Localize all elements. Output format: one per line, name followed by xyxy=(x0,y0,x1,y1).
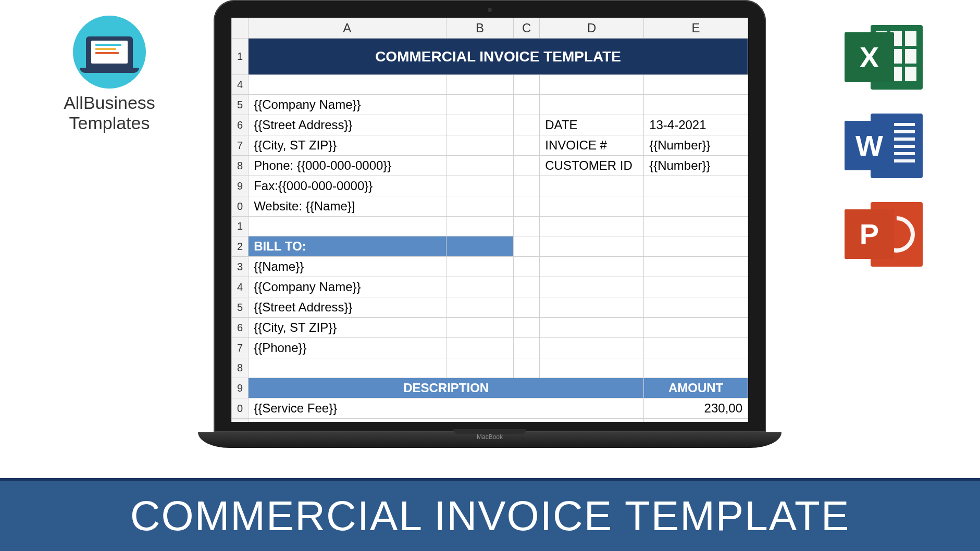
line1-desc[interactable]: {{Service Fee}} xyxy=(249,398,644,419)
cell[interactable] xyxy=(514,75,540,95)
date-value[interactable]: 13-4-2021 xyxy=(644,115,748,135)
cell[interactable] xyxy=(644,236,748,257)
cell[interactable] xyxy=(644,338,748,358)
billto-header[interactable]: BILL TO: xyxy=(249,236,446,257)
company-website[interactable]: Website: {{Name}] xyxy=(249,196,446,217)
col-C[interactable]: C xyxy=(514,18,540,39)
row-14[interactable]: 4 xyxy=(232,277,249,297)
cell[interactable] xyxy=(446,297,514,318)
cell[interactable] xyxy=(644,217,748,236)
cell[interactable] xyxy=(514,358,540,378)
cell[interactable] xyxy=(540,75,644,95)
line2-desc[interactable]: {{Labor: 5 hours at $75/hr}} xyxy=(249,419,644,422)
cell[interactable] xyxy=(540,196,644,217)
date-label[interactable]: DATE xyxy=(540,115,644,135)
company-street[interactable]: {{Street Address}} xyxy=(249,115,446,135)
company-fax[interactable]: Fax:{{000-000-0000}} xyxy=(249,176,446,196)
cell[interactable] xyxy=(540,318,644,338)
col-D[interactable]: D xyxy=(540,18,644,39)
cell[interactable] xyxy=(514,135,540,156)
cell[interactable] xyxy=(540,176,644,196)
cell[interactable] xyxy=(514,176,540,196)
row-16[interactable]: 6 xyxy=(232,318,249,338)
cell[interactable] xyxy=(540,338,644,358)
cell[interactable] xyxy=(514,217,540,236)
cell[interactable] xyxy=(540,358,644,378)
cell[interactable] xyxy=(446,358,514,378)
cell[interactable] xyxy=(446,75,514,95)
cell[interactable] xyxy=(446,95,514,115)
cell[interactable] xyxy=(249,358,446,378)
cell[interactable] xyxy=(446,257,514,277)
cell[interactable] xyxy=(446,338,514,358)
customer-label[interactable]: CUSTOMER ID xyxy=(540,156,644,176)
desc-header[interactable]: DESCRIPTION xyxy=(249,378,644,398)
cell[interactable] xyxy=(249,75,446,95)
cell[interactable] xyxy=(446,196,514,217)
cell[interactable] xyxy=(249,217,446,236)
cell[interactable] xyxy=(446,115,514,135)
cell[interactable] xyxy=(514,196,540,217)
row-1[interactable]: 1 xyxy=(232,39,249,75)
customer-value[interactable]: {{Number}} xyxy=(644,156,748,176)
cell[interactable] xyxy=(644,257,748,277)
line2-amt[interactable]: 375,00 xyxy=(644,419,748,422)
cell[interactable] xyxy=(446,318,514,338)
cell[interactable] xyxy=(644,358,748,378)
col-E[interactable]: E xyxy=(644,18,748,39)
row-11[interactable]: 1 xyxy=(232,217,249,236)
row-4[interactable]: 4 xyxy=(232,75,249,95)
cell[interactable] xyxy=(446,277,514,297)
cell[interactable] xyxy=(446,176,514,196)
cell[interactable] xyxy=(540,257,644,277)
company-name[interactable]: {{Company Name}} xyxy=(249,95,446,115)
cell[interactable] xyxy=(644,196,748,217)
cell[interactable] xyxy=(514,338,540,358)
cell[interactable] xyxy=(446,135,514,156)
cell[interactable] xyxy=(514,257,540,277)
row-18[interactable]: 8 xyxy=(232,358,249,378)
row-19[interactable]: 9 xyxy=(232,378,249,398)
billto-phone[interactable]: {{Phone}} xyxy=(249,338,446,358)
row-9[interactable]: 9 xyxy=(232,176,249,196)
cell[interactable] xyxy=(644,318,748,338)
row-5[interactable]: 5 xyxy=(232,95,249,115)
cell[interactable] xyxy=(644,95,748,115)
row-7[interactable]: 7 xyxy=(232,135,249,156)
col-B[interactable]: B xyxy=(446,18,514,39)
row-8[interactable]: 8 xyxy=(232,156,249,176)
cell[interactable] xyxy=(540,297,644,318)
cell[interactable] xyxy=(644,297,748,318)
company-phone[interactable]: Phone: {{000-000-0000}} xyxy=(249,156,446,176)
cell[interactable] xyxy=(514,115,540,135)
cell[interactable] xyxy=(514,277,540,297)
cell[interactable] xyxy=(514,156,540,176)
cell[interactable] xyxy=(644,176,748,196)
cell[interactable] xyxy=(514,297,540,318)
cell[interactable] xyxy=(540,95,644,115)
cell[interactable] xyxy=(644,75,748,95)
col-A[interactable]: A xyxy=(249,18,446,39)
cell[interactable] xyxy=(644,277,748,297)
billto-city[interactable]: {{City, ST ZIP}} xyxy=(249,318,446,338)
billto-company[interactable]: {{Company Name}} xyxy=(249,277,446,297)
row-20[interactable]: 0 xyxy=(232,398,249,419)
corner-cell[interactable] xyxy=(232,18,249,39)
line1-amt[interactable]: 230,00 xyxy=(644,398,748,419)
cell[interactable] xyxy=(446,236,514,257)
row-21[interactable]: 1 xyxy=(232,419,249,422)
row-12[interactable]: 2 xyxy=(232,236,249,257)
row-17[interactable]: 7 xyxy=(232,338,249,358)
invoice-value[interactable]: {{Number}} xyxy=(644,135,748,156)
row-13[interactable]: 3 xyxy=(232,257,249,277)
row-6[interactable]: 6 xyxy=(232,115,249,135)
company-city[interactable]: {{City, ST ZIP}} xyxy=(249,135,446,156)
sheet-title[interactable]: COMMERCIAL INVOICE TEMPLATE xyxy=(249,39,748,75)
cell[interactable] xyxy=(540,217,644,236)
billto-name[interactable]: {{Name}} xyxy=(249,257,446,277)
row-10[interactable]: 0 xyxy=(232,196,249,217)
cell[interactable] xyxy=(514,95,540,115)
cell[interactable] xyxy=(514,236,540,257)
cell[interactable] xyxy=(446,217,514,236)
invoice-label[interactable]: INVOICE # xyxy=(540,135,644,156)
